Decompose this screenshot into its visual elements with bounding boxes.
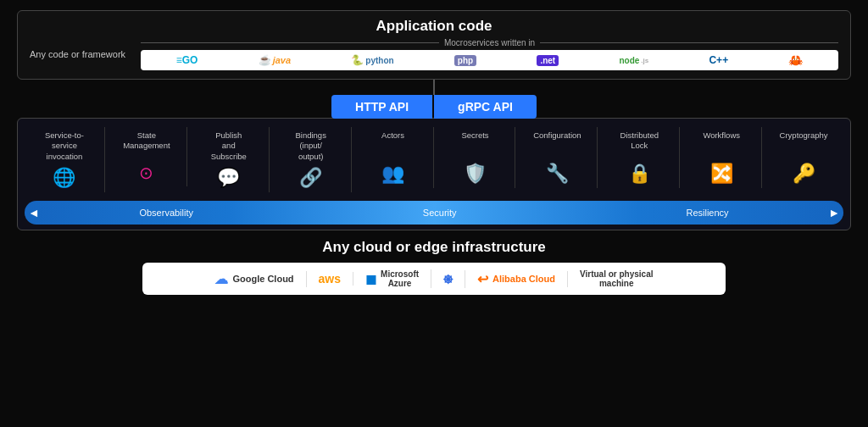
block-label-actors: Actors (381, 130, 404, 158)
crypto-icon: 🔑 (793, 163, 815, 185)
microservices-text: Mocroservices written in (444, 38, 535, 47)
block-cryptography: Cryptography 🔑 (764, 127, 843, 188)
lang-net: .net (537, 55, 559, 66)
aws-label: aws (319, 272, 341, 286)
obs-label-observability: Observability (139, 208, 193, 218)
block-label-lock: DistributedLock (620, 130, 659, 158)
dapr-section: Service-to-serviceinvocation 🌐 StateMana… (17, 118, 851, 230)
cloud-virtual: Virtual or physicalmachine (568, 269, 665, 288)
block-label-state: StateManagement (123, 130, 170, 158)
block-label-crypto: Cryptography (780, 130, 828, 158)
alibaba-icon: ↩ (477, 271, 488, 287)
virtual-label: Virtual or physicalmachine (580, 269, 654, 288)
lang-node: node.js (619, 56, 648, 65)
block-service-invocation: Service-to-serviceinvocation 🌐 (25, 127, 105, 192)
bindings-icon: 🔗 (299, 167, 322, 189)
cloud-azure: ◼ MicrosoftAzure (353, 269, 431, 288)
microservices-line: Mocroservices written in (141, 38, 838, 47)
workflows-icon: 🔀 (710, 163, 733, 185)
block-configuration: Configuration 🔧 (517, 127, 598, 188)
arrow-bar: Observability Security Resiliency (25, 201, 843, 225)
block-label-secrets: Secrets (461, 130, 488, 158)
lang-cpp: C++ (709, 54, 728, 66)
blocks-row: Service-to-serviceinvocation 🌐 StateMana… (25, 127, 843, 192)
lang-java: ☕java (259, 54, 291, 66)
obs-label-resiliency: Resiliency (686, 208, 728, 218)
cloud-kubernetes: ⎈ (431, 270, 465, 288)
pubsub-icon: 💬 (217, 167, 240, 189)
block-workflows: Workflows 🔀 (682, 127, 762, 188)
block-pubsub: PublishandSubscribe 💬 (189, 127, 270, 192)
config-icon: 🔧 (546, 163, 569, 185)
block-label-bindings: Bindings(input/output) (295, 130, 326, 162)
lock-icon: 🔒 (628, 163, 651, 185)
any-code-label: Any code or framework (30, 49, 125, 59)
cloud-aws: aws (307, 272, 353, 286)
cloud-logos: ☁ Google Cloud aws ◼ MicrosoftAzure ⎈ ↩ … (142, 263, 726, 295)
top-connector (17, 80, 851, 95)
observability-row: Observability Security Resiliency (25, 201, 843, 225)
azure-label: MicrosoftAzure (381, 269, 419, 288)
google-icon: ☁ (214, 271, 228, 287)
block-secrets: Secrets 🛡️ (436, 127, 516, 188)
google-label: Google Cloud (232, 274, 293, 284)
api-row: HTTP API gRPC API (331, 95, 537, 119)
infra-title: Any cloud or edge infrastructure (17, 239, 851, 256)
app-code-title: Application code (30, 18, 838, 35)
block-label-pubsub: PublishandSubscribe (211, 130, 247, 162)
divider-left (141, 42, 439, 43)
block-state-management: StateManagement ⊙ (107, 127, 187, 186)
language-logos: ≡GO ☕java 🐍python php .net node.js C++ 🦀 (141, 50, 838, 70)
lang-go: ≡GO (176, 54, 198, 66)
secrets-icon: 🛡️ (464, 163, 487, 185)
block-label-service: Service-to-serviceinvocation (45, 130, 84, 162)
block-distributed-lock: DistributedLock 🔒 (599, 127, 680, 188)
obs-label-security: Security (423, 208, 457, 218)
divider-right (540, 42, 838, 43)
lang-python: 🐍python (351, 54, 393, 66)
lang-php: php (454, 55, 476, 66)
block-actors: Actors 👥 (353, 127, 434, 188)
grpc-api-button[interactable]: gRPC API (434, 95, 537, 119)
k8s-icon: ⎈ (443, 270, 453, 288)
service-icon: 🌐 (53, 167, 75, 189)
http-api-button[interactable]: HTTP API (331, 95, 432, 119)
microservices-row: Any code or framework Mocroservices writ… (30, 38, 838, 70)
lang-rust: 🦀 (788, 53, 803, 67)
azure-icon: ◼ (365, 271, 376, 287)
block-label-workflows: Workflows (703, 130, 740, 158)
state-icon: ⊙ (139, 163, 153, 183)
connector-line (433, 80, 435, 95)
alibaba-label: Alibaba Cloud (492, 274, 555, 284)
block-label-config: Configuration (533, 130, 581, 158)
app-code-section: Application code Any code or framework M… (17, 10, 851, 80)
cloud-google: ☁ Google Cloud (203, 271, 306, 287)
actors-icon: 👥 (381, 163, 404, 185)
block-bindings: Bindings(input/output) 🔗 (271, 127, 352, 192)
infra-section: Any cloud or edge infrastructure ☁ Googl… (17, 239, 851, 295)
cloud-alibaba: ↩ Alibaba Cloud (465, 271, 568, 287)
